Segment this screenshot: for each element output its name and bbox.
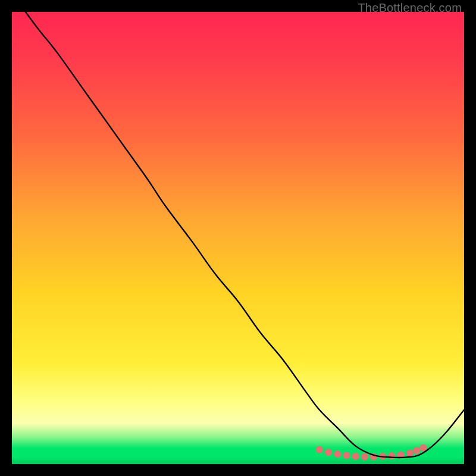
valley-dot xyxy=(352,453,359,460)
watermark-text: TheBottleneck.com xyxy=(358,1,462,15)
valley-dot xyxy=(361,453,368,461)
valley-dot xyxy=(316,446,323,453)
bottleneck-curve-line xyxy=(26,12,464,458)
valley-dot xyxy=(334,450,341,458)
valley-dot xyxy=(388,452,395,459)
valley-dot xyxy=(406,450,414,457)
valley-dot xyxy=(343,452,350,459)
valley-dot xyxy=(379,453,386,460)
chart-plot-area xyxy=(12,12,464,464)
valley-dot xyxy=(325,449,332,456)
chart-frame: TheBottleneck.com xyxy=(0,0,476,476)
chart-svg xyxy=(12,12,464,464)
valley-dot xyxy=(370,453,377,461)
valley-dot xyxy=(420,444,427,452)
valley-highlight-dots xyxy=(316,444,427,461)
valley-dot xyxy=(413,447,420,454)
valley-dot xyxy=(397,452,405,459)
